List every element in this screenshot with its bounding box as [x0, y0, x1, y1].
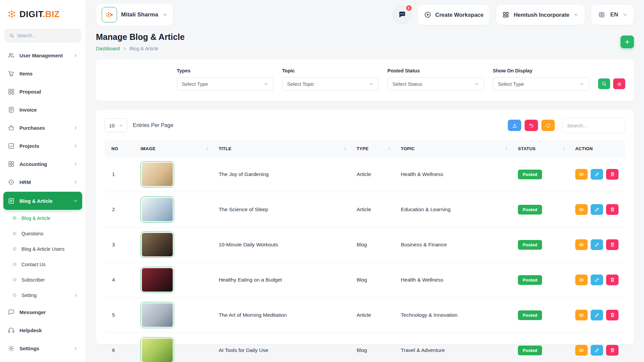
cart-icon: [7, 70, 15, 77]
sidebar-subitem-blog-article[interactable]: Blog & Article: [3, 210, 82, 226]
workspace-selector[interactable]: Hemtush Incorporate: [496, 4, 585, 25]
sidebar-item-proposal[interactable]: Proposal: [3, 82, 82, 101]
view-button[interactable]: [575, 239, 588, 250]
col-header-image[interactable]: IMAGE: [136, 140, 214, 157]
status-select[interactable]: Select Status: [387, 77, 484, 91]
chevron-right-icon: [73, 293, 78, 298]
row-title: 10-Minute Daily Workouts: [214, 227, 352, 262]
headset-icon: [7, 326, 15, 334]
sidebar-item-helpdesk[interactable]: Helpdesk: [3, 321, 82, 339]
pencil-icon: [594, 207, 600, 212]
sidebar-item-projects[interactable]: Projects: [3, 137, 82, 155]
create-workspace-button[interactable]: Create Workspace: [418, 4, 490, 25]
entries-per-page-select[interactable]: 10: [105, 118, 127, 132]
sidebar-item-items[interactable]: Items: [3, 64, 82, 82]
table-row: 2 The Science of Sleep Article Education…: [105, 192, 625, 227]
user-menu[interactable]: Mitali Sharma: [96, 3, 173, 26]
sidebar-subitem-contact-us[interactable]: Contact Us: [3, 257, 82, 272]
circle-dot-icon: [12, 246, 17, 252]
table-toolbar: [508, 118, 625, 133]
undo-button[interactable]: [525, 120, 538, 131]
chevron-right-icon: [73, 346, 78, 351]
sidebar-item-accounting[interactable]: Accounting: [3, 155, 82, 173]
sidebar: DIGIT.BIZ User Management Items Proposal: [0, 0, 86, 362]
col-header-no[interactable]: NO: [105, 140, 136, 157]
sidebar-search[interactable]: [5, 29, 81, 42]
content: Manage Blog & Article Dashboard Blog & A…: [86, 29, 644, 362]
col-header-topic[interactable]: TOPIC: [396, 140, 513, 157]
row-thumbnail[interactable]: [141, 161, 174, 187]
col-header-action: ACTION: [571, 140, 625, 157]
view-button[interactable]: [575, 169, 588, 180]
search-icon: [9, 33, 14, 38]
sidebar-item-user-management[interactable]: User Management: [3, 46, 82, 64]
chevron-down-icon: [474, 81, 479, 86]
circle-dot-icon: [12, 293, 17, 298]
types-select[interactable]: Select Type: [177, 77, 273, 91]
sidebar-subitem-subscriber[interactable]: Subscriber: [3, 272, 82, 288]
delete-button[interactable]: [606, 275, 619, 285]
export-button[interactable]: [508, 120, 521, 131]
filter-search-button[interactable]: [598, 78, 610, 89]
trash-icon: [610, 277, 615, 283]
filter-clear-button[interactable]: [613, 78, 625, 89]
row-topic: Education & Learning: [396, 192, 513, 227]
delete-button[interactable]: [606, 345, 619, 356]
add-blog-button[interactable]: [621, 36, 634, 48]
edit-button[interactable]: [591, 275, 603, 285]
row-no: 1: [105, 157, 136, 192]
topic-select[interactable]: Select Topic: [282, 77, 379, 91]
workspace-name: Hemtush Incorporate: [514, 12, 569, 18]
sidebar-item-invoice[interactable]: Invoice: [3, 101, 82, 119]
edit-button[interactable]: [591, 204, 603, 215]
sidebar-subitem-blog-article-users[interactable]: Blog & Article Users: [3, 241, 82, 257]
sidebar-item-blog-article[interactable]: Blog & Article: [3, 192, 82, 210]
edit-button[interactable]: [591, 345, 603, 356]
edit-button[interactable]: [591, 310, 603, 320]
sidebar-search-input[interactable]: [17, 33, 76, 38]
sort-icon: [343, 146, 347, 151]
refresh-button[interactable]: [541, 120, 555, 131]
breadcrumb-dashboard[interactable]: Dashboard: [96, 46, 120, 51]
sidebar-item-hrm[interactable]: HRM: [3, 173, 82, 191]
table-card: 10 Entries Per Page: [96, 110, 634, 344]
row-thumbnail[interactable]: [141, 196, 174, 223]
row-topic: Health & Wellness: [396, 157, 513, 192]
display-select[interactable]: Select Type: [493, 77, 589, 91]
view-button[interactable]: [575, 345, 588, 356]
delete-button[interactable]: [606, 239, 619, 250]
sidebar-item-messenger[interactable]: Messenger: [3, 303, 82, 321]
blog-image: [142, 339, 173, 362]
table-search-input[interactable]: [562, 118, 625, 133]
row-thumbnail[interactable]: [141, 302, 174, 328]
row-thumbnail[interactable]: [141, 267, 174, 293]
chat-button[interactable]: 0: [393, 5, 412, 24]
breadcrumb: Dashboard Blog & Article: [96, 46, 184, 51]
delete-button[interactable]: [606, 169, 619, 180]
filter-types: Types Select Type: [177, 68, 273, 91]
sidebar-item-settings[interactable]: Settings: [3, 339, 82, 357]
sidebar-item-purchases[interactable]: Purchases: [3, 119, 82, 137]
language-selector[interactable]: EN: [591, 4, 634, 25]
col-header-type[interactable]: TYPE: [352, 140, 396, 157]
blog-image: [142, 233, 173, 256]
row-type: Article: [352, 157, 396, 192]
trash-icon: [610, 207, 615, 212]
col-header-status[interactable]: STATUS: [513, 140, 571, 157]
col-header-title[interactable]: TITLE: [214, 140, 352, 157]
status-badge: Posted: [518, 170, 542, 179]
row-thumbnail[interactable]: [141, 337, 174, 362]
edit-button[interactable]: [591, 239, 603, 250]
view-button[interactable]: [575, 275, 588, 285]
blog-image: [142, 198, 173, 221]
row-thumbnail[interactable]: [141, 232, 174, 258]
sidebar-subitem-setting[interactable]: Setting: [3, 288, 82, 303]
brand-logo[interactable]: DIGIT.BIZ: [0, 0, 86, 28]
delete-button[interactable]: [606, 204, 619, 215]
circle-dot-icon: [12, 277, 17, 283]
edit-button[interactable]: [591, 169, 603, 180]
view-button[interactable]: [575, 310, 588, 320]
delete-button[interactable]: [606, 310, 619, 320]
view-button[interactable]: [575, 204, 588, 215]
sidebar-subitem-questions[interactable]: Questions: [3, 226, 82, 241]
